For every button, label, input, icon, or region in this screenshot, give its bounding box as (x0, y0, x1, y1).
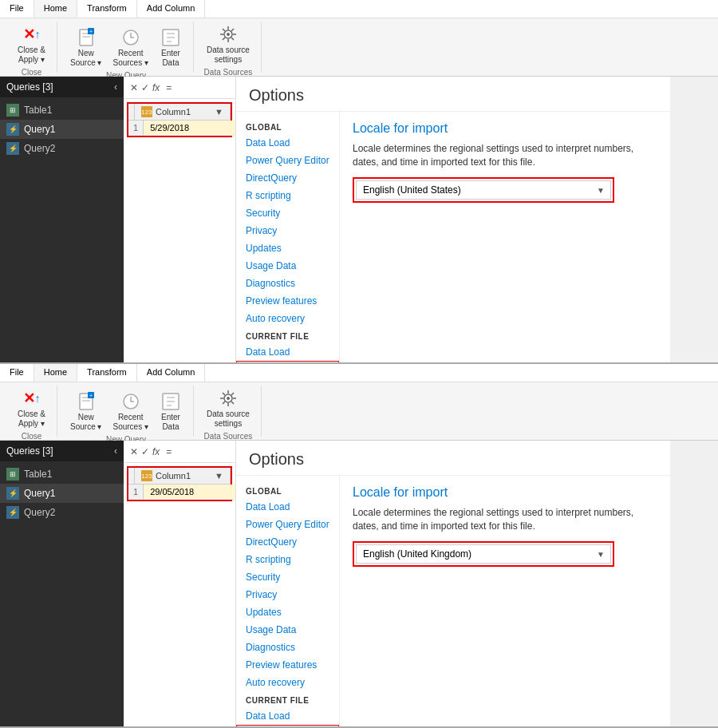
nav-item-privacy[interactable]: Privacy (236, 222, 339, 239)
data-area: ✕ ✓ fx = 123Column1▼129/05/2018 (124, 441, 235, 726)
nav-item-r-scripting[interactable]: R scripting (236, 187, 339, 204)
tab-transform[interactable]: Transform (77, 0, 137, 18)
panel-bottom: FileHomeTransformAdd Column ✕ ↑ Close &A… (0, 364, 718, 728)
nav-section-global: GLOBAL (236, 118, 339, 134)
options-body: GLOBALData LoadPower Query EditorDirectQ… (236, 112, 670, 362)
nav-item-directquery[interactable]: DirectQuery (236, 533, 339, 551)
table-cell: 29/05/2018 (144, 485, 235, 500)
tab-home[interactable]: Home (34, 0, 77, 18)
enter-data-label: EnterData (161, 413, 180, 432)
nav-item-usage-data[interactable]: Usage Data (236, 257, 339, 275)
nav-item-security[interactable]: Security (236, 568, 339, 586)
recent-sources-button[interactable]: RecentSources ▾ (108, 25, 152, 69)
svg-text:+: + (89, 29, 93, 34)
options-nav: GLOBALData LoadPower Query EditorDirectQ… (236, 476, 340, 726)
recent-sources-label: RecentSources ▾ (112, 49, 148, 68)
query-type-icon: ⚡ (6, 506, 19, 519)
nav-item-regional-settings[interactable]: Regional Settings (236, 725, 339, 726)
formula-equals-icon: = (166, 446, 172, 457)
formula-x-icon[interactable]: ✕ (130, 446, 138, 457)
formula-bar: ✕ ✓ fx = (124, 441, 235, 463)
nav-item-diagnostics[interactable]: Diagnostics (236, 275, 339, 292)
enter-data-button[interactable]: EnterData (155, 389, 187, 433)
close-apply-button[interactable]: ✕ ↑ Close &Apply ▾ (13, 386, 50, 430)
query-item-name: Query2 (24, 143, 55, 154)
enter-data-button[interactable]: EnterData (155, 25, 187, 69)
options-content: Locale for importLocale determines the r… (340, 476, 670, 726)
query-item-query1[interactable]: ⚡Query1 (0, 120, 124, 139)
close-apply-icon: ✕ ↑ (21, 387, 43, 410)
row-number: 1 (128, 485, 144, 500)
table-cell: 5/29/2018 (144, 121, 235, 136)
formula-check-icon[interactable]: ✓ (141, 82, 149, 93)
nav-item-data-load[interactable]: Data Load (236, 134, 339, 152)
query-item-name: Query1 (24, 488, 55, 499)
new-source-button[interactable]: +NewSource ▾ (65, 389, 106, 433)
query-item-table1[interactable]: ⊞Table1 (0, 101, 124, 120)
nav-item-data-load[interactable]: Data Load (236, 707, 339, 725)
nav-item-diagnostics[interactable]: Diagnostics (236, 639, 339, 656)
svg-point-23 (227, 397, 230, 400)
col-header-name: Column1 (156, 107, 191, 117)
col-header-column1: 123Column1▼ (135, 468, 231, 485)
tab-transform[interactable]: Transform (77, 364, 137, 382)
data-source-settings-button[interactable]: Data sourcesettings (202, 386, 254, 430)
recent-sources-icon (120, 390, 142, 413)
left-side: Queries [3]‹⊞Table1⚡Query1⚡Query2 ✕ ✓ fx… (0, 77, 235, 362)
tab-file[interactable]: File (0, 0, 34, 18)
formula-x-icon[interactable]: ✕ (130, 82, 138, 93)
nav-item-power-query editor[interactable]: Power Query Editor (236, 516, 339, 533)
ribbon-content: ✕ ↑ Close &Apply ▾ Close+NewSource ▾Rece… (0, 18, 718, 76)
nav-item-preview-features[interactable]: Preview features (236, 292, 339, 310)
tab-add-column[interactable]: Add Column (137, 0, 206, 18)
nav-item-regional-settings[interactable]: Regional Settings (236, 361, 339, 362)
queries-panel: Queries [3]‹⊞Table1⚡Query1⚡Query2 (0, 77, 124, 362)
collapse-chevron[interactable]: ‹ (114, 445, 117, 457)
close-apply-button[interactable]: ✕ ↑ Close &Apply ▾ (13, 22, 50, 66)
nav-item-auto-recovery[interactable]: Auto recovery (236, 310, 339, 327)
tab-add-column[interactable]: Add Column (137, 364, 206, 382)
nav-item-power-query editor[interactable]: Power Query Editor (236, 152, 339, 169)
query-item-query1[interactable]: ⚡Query1 (0, 484, 124, 503)
locale-description: Locale determines the regional settings … (353, 506, 657, 533)
data-table: 123Column1▼129/05/2018 (127, 466, 232, 501)
tab-home[interactable]: Home (34, 364, 77, 382)
nav-item-updates[interactable]: Updates (236, 239, 339, 257)
nav-item-data-load[interactable]: Data Load (236, 343, 339, 361)
formula-fx-label: fx (152, 446, 160, 457)
data-source-settings-icon (217, 23, 239, 46)
tab-file[interactable]: File (0, 364, 34, 382)
collapse-chevron[interactable]: ‹ (114, 81, 117, 93)
query-item-table1[interactable]: ⊞Table1 (0, 465, 124, 484)
formula-check-icon[interactable]: ✓ (141, 446, 149, 457)
nav-item-privacy[interactable]: Privacy (236, 586, 339, 603)
close-apply-label: Close &Apply ▾ (18, 46, 45, 65)
query-type-icon: ⚡ (6, 123, 19, 136)
nav-item-preview-features[interactable]: Preview features (236, 656, 339, 674)
nav-item-data-load[interactable]: Data Load (236, 498, 339, 516)
nav-item-r-scripting[interactable]: R scripting (236, 551, 339, 568)
locale-select[interactable]: English (United States)English (United K… (356, 180, 611, 200)
data-source-settings-button[interactable]: Data sourcesettings (202, 22, 254, 66)
enter-data-icon (160, 390, 182, 413)
recent-sources-icon (120, 26, 142, 49)
new-source-button[interactable]: +NewSource ▾ (65, 25, 106, 69)
nav-item-directquery[interactable]: DirectQuery (236, 169, 339, 187)
options-body: GLOBALData LoadPower Query EditorDirectQ… (236, 476, 670, 726)
data-source-settings-label: Data sourcesettings (207, 46, 250, 65)
locale-description: Locale determines the regional settings … (353, 142, 657, 169)
options-title: Options (236, 77, 670, 112)
queries-header: Queries [3]‹ (0, 441, 124, 461)
col-filter-icon[interactable]: ▼ (215, 107, 223, 117)
recent-sources-button[interactable]: RecentSources ▾ (108, 389, 152, 433)
nav-item-security[interactable]: Security (236, 204, 339, 222)
col-filter-icon[interactable]: ▼ (215, 471, 223, 481)
nav-item-usage-data[interactable]: Usage Data (236, 621, 339, 639)
locale-select[interactable]: English (United States)English (United K… (356, 544, 611, 564)
new-source-label: NewSource ▾ (70, 413, 101, 432)
nav-item-updates[interactable]: Updates (236, 603, 339, 621)
nav-item-auto-recovery[interactable]: Auto recovery (236, 674, 339, 691)
query-item-query2[interactable]: ⚡Query2 (0, 139, 124, 158)
query-item-query2[interactable]: ⚡Query2 (0, 503, 124, 522)
locale-dropdown-container: English (United States)English (United K… (356, 180, 611, 200)
